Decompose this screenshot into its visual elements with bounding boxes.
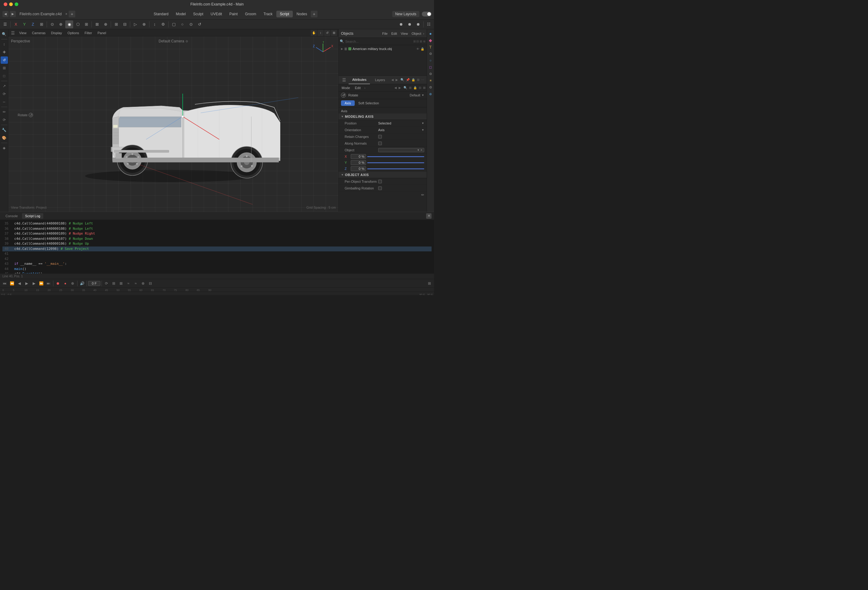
y-slider[interactable]	[367, 162, 424, 163]
tab-sculpt[interactable]: Sculpt	[189, 11, 207, 18]
pencil-icon[interactable]: ✏	[421, 193, 424, 197]
tab-paint[interactable]: Paint	[226, 11, 241, 18]
scale-tool-btn[interactable]: ⬡	[74, 21, 82, 28]
coord-extra-button[interactable]: ⊞	[37, 21, 46, 28]
sidebar-tool-gradient[interactable]: 🎨	[1, 134, 8, 142]
tl-prev-frame-btn[interactable]: ◀	[16, 280, 22, 287]
gimballing-checkbox[interactable]	[378, 186, 382, 190]
object-item-truck[interactable]: ▶ ☰ American military truck.obj 👁 🔒	[340, 46, 425, 51]
y-value-input[interactable]	[351, 160, 366, 165]
x-value-input[interactable]	[351, 154, 366, 159]
tab-model[interactable]: Model	[172, 11, 190, 18]
sidebar-tool-scale[interactable]: ⊞	[1, 64, 8, 72]
attr-pin-btn[interactable]: 📌	[406, 78, 410, 81]
objects-tab-file[interactable]: File	[380, 32, 390, 35]
vp-menu-panel[interactable]: Panel	[95, 31, 109, 35]
objects-tab-object[interactable]: Object	[410, 32, 423, 35]
rt-btn-7[interactable]: ⚙	[428, 71, 434, 77]
sidebar-tool-shader[interactable]: ◈	[1, 144, 8, 152]
vp-menu-view[interactable]: View	[17, 31, 29, 35]
attr-more2-btn[interactable]: ⊠	[423, 86, 425, 89]
tl-end-btn[interactable]: ⏭	[45, 280, 52, 287]
objects-expand-btn[interactable]: ›	[423, 32, 424, 35]
tl-record-btn[interactable]: ⏺	[55, 280, 61, 287]
tl-key-all-btn[interactable]: ⊕	[69, 280, 76, 287]
attr-edit-tab[interactable]: Edit	[353, 86, 363, 90]
vp-menu-display[interactable]: Display	[49, 31, 64, 35]
select-tool-btn[interactable]: ⊙	[48, 21, 56, 28]
attr-lock2-btn[interactable]: 🔒	[413, 86, 417, 89]
tab-standard[interactable]: Standard	[150, 11, 172, 18]
rt-btn-9[interactable]: ⚙	[428, 84, 434, 90]
rt-btn-8[interactable]: ☀	[428, 77, 434, 84]
nav-forward-button[interactable]: ▶	[10, 11, 16, 17]
extra2-btn[interactable]: ↺	[195, 21, 204, 28]
grid2-btn[interactable]: ⊟	[121, 21, 129, 28]
object-axis-header[interactable]: ▼ OBJECT AXIS	[338, 172, 427, 178]
tl-next-frame-btn[interactable]: ▶	[31, 280, 37, 287]
rt-btn-4[interactable]: ⚙	[428, 51, 434, 57]
tab-nodes[interactable]: Nodes	[293, 11, 311, 18]
tab-console[interactable]: Console	[3, 213, 21, 219]
tl-fps-btn[interactable]: ⊠	[118, 280, 124, 287]
rt-btn-3[interactable]: T	[428, 44, 434, 50]
retain-changes-checkbox[interactable]	[378, 135, 382, 139]
modeling-axis-header[interactable]: ▼ MODELING AXIS	[338, 114, 427, 120]
sidebar-tool-poly[interactable]: ↗	[1, 82, 8, 90]
add-layout-button[interactable]: +	[311, 11, 317, 18]
tab-uvedit[interactable]: UVEdit	[207, 11, 226, 18]
snap-btn[interactable]: ⊠	[93, 21, 101, 28]
objects-tab-view[interactable]: View	[399, 32, 410, 35]
vp-hamburger-icon[interactable]: ☰	[10, 31, 16, 35]
vp-menu-filter[interactable]: Filter	[82, 31, 94, 35]
move-tool-btn[interactable]: ⊕	[57, 21, 65, 28]
bottom-close-btn[interactable]: ✕	[426, 213, 431, 219]
record3-btn[interactable]: ⏺	[414, 21, 422, 28]
maximize-button[interactable]	[15, 3, 18, 6]
x-slider[interactable]	[367, 156, 424, 157]
sidebar-tool-sculpt[interactable]: ⟳	[1, 116, 8, 124]
attr-export-btn[interactable]: ⊟	[419, 86, 421, 89]
tab-track[interactable]: Track	[260, 11, 276, 18]
render-region-btn[interactable]: ▷	[131, 21, 139, 28]
attr-tab-layers[interactable]: Layers	[371, 75, 388, 84]
extra-btn[interactable]: ⊙	[187, 21, 195, 28]
add-tab-button[interactable]: +	[69, 11, 75, 18]
sidebar-tool-wrench[interactable]: 🔧	[1, 126, 8, 134]
position-dropdown[interactable]: Selected ▼	[378, 121, 424, 125]
obj-lock-icon[interactable]: 🔒	[421, 47, 424, 51]
rt-btn-5[interactable]: ○	[428, 57, 434, 64]
attr-expand-btn[interactable]: ⊞	[417, 78, 419, 81]
attr-hamburger-icon[interactable]: ☰	[341, 77, 347, 82]
attr-nav-fwd[interactable]: ▶	[399, 86, 401, 89]
tl-motion-btn[interactable]: ≈	[125, 280, 132, 287]
attr-nav-back[interactable]: ◀	[394, 86, 397, 89]
attr-lock-btn[interactable]: 🔒	[412, 78, 415, 81]
attr-forward-btn[interactable]: ▶	[396, 78, 398, 81]
object-ref-field[interactable]: ▼ ✕	[378, 148, 424, 152]
tl-start-btn[interactable]: ⏮	[1, 280, 8, 287]
z-value-input[interactable]	[351, 166, 366, 171]
render-btn[interactable]: ⊗	[140, 21, 148, 28]
sidebar-tool-select[interactable]: 🔍	[1, 31, 8, 38]
rotate-tool-btn[interactable]: ◉	[65, 21, 73, 28]
vp-menu-cameras[interactable]: Cameras	[30, 31, 48, 35]
sidebar-tool-transform[interactable]: □	[1, 72, 8, 80]
timeline-track[interactable]: 0 5 10 15 20 25 30 35 40 45 50 55 60 65 …	[0, 288, 434, 292]
vp-move-btn[interactable]: ↕	[317, 30, 323, 36]
tl-current-frame[interactable]	[88, 281, 100, 286]
along-normals-checkbox[interactable]	[378, 142, 382, 145]
attr-search2-btn[interactable]: 🔍	[403, 86, 407, 89]
tl-auto-key-btn[interactable]: ●	[62, 280, 69, 287]
attr-more-btn[interactable]: ⋯	[421, 78, 424, 81]
script-content[interactable]: 35 c4d.CallCommand(440000108) # Nudge Le…	[0, 220, 434, 274]
tl-prev-key-btn[interactable]: ⏪	[9, 280, 15, 287]
axis-tab-soft-selection[interactable]: Soft Selection	[355, 101, 383, 106]
objects-tab-edit[interactable]: Edit	[390, 32, 399, 35]
rt-btn-10[interactable]: ⊕	[428, 91, 434, 97]
attr-back-btn[interactable]: ◀	[391, 78, 394, 81]
rt-btn-1[interactable]: ●	[428, 31, 434, 37]
sidebar-tool-camera[interactable]: ↕	[1, 41, 8, 48]
settings-btn[interactable]: ⚙	[159, 21, 167, 28]
tl-motion2-btn[interactable]: ≈	[132, 280, 139, 287]
